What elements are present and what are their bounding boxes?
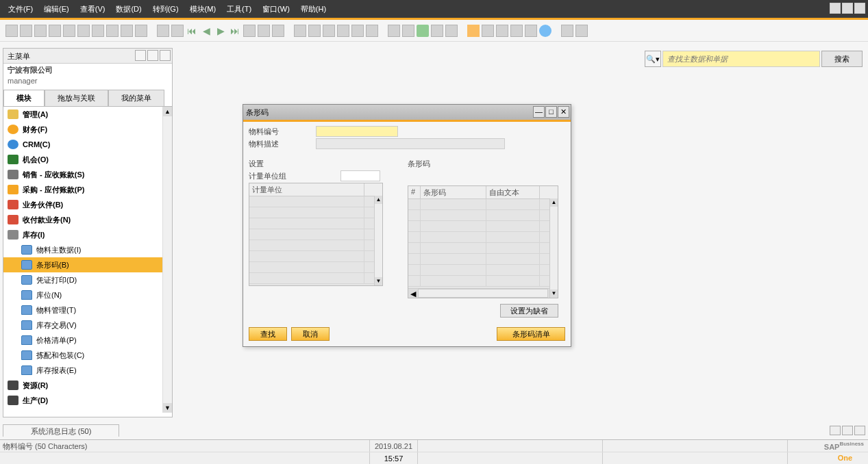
menu-tools[interactable]: 工具(T) — [221, 0, 257, 18]
tree-item[interactable]: 库存(I) — [3, 227, 172, 242]
tree-item[interactable]: 资源(R) — [3, 378, 172, 393]
help-icon[interactable] — [539, 25, 551, 37]
tree-item[interactable]: CRM(C) — [3, 137, 172, 152]
tree-item[interactable]: 库存报表(E) — [3, 363, 172, 378]
dialog-restore-icon[interactable]: □ — [545, 106, 557, 118]
menu-view[interactable]: 查看(V) — [75, 0, 111, 18]
scroll-left-icon[interactable]: ◀ — [408, 289, 418, 298]
uom-group-input[interactable] — [340, 170, 380, 181]
tree-item[interactable]: 销售 - 应收账款(S) — [3, 167, 172, 182]
sort-icon[interactable] — [272, 25, 284, 37]
form-settings-icon[interactable] — [402, 25, 414, 37]
find-button[interactable]: 查找 — [249, 327, 287, 341]
journal-icon[interactable] — [323, 25, 335, 37]
app-close-icon[interactable] — [854, 3, 865, 14]
alert-icon[interactable] — [445, 25, 458, 37]
cockpit-icon[interactable] — [575, 25, 588, 37]
search-input[interactable] — [662, 51, 820, 67]
menu-edit[interactable]: 编辑(E) — [38, 0, 75, 18]
dialog-title-bar[interactable]: 条形码 — □ ✕ — [243, 105, 571, 120]
collapse-icon[interactable] — [842, 426, 853, 435]
link-icon[interactable] — [496, 25, 508, 37]
tree-item[interactable]: 生产(D) — [3, 393, 172, 408]
dialog-close-icon[interactable]: ✕ — [558, 106, 569, 118]
barcode-grid-body[interactable] — [408, 199, 558, 288]
scroll-down-icon[interactable]: ▼ — [550, 289, 558, 298]
system-log-tab[interactable]: 系统消息日志 (50) — [3, 424, 119, 437]
tab-dragdrop[interactable]: 拖放与关联 — [45, 90, 108, 107]
menu-window[interactable]: 窗口(W) — [257, 0, 295, 18]
search-button[interactable]: 搜索 — [821, 51, 863, 67]
menu-data[interactable]: 数据(D) — [110, 0, 147, 18]
barcode-vscroll[interactable]: ▲ ▼ — [549, 198, 558, 298]
new-doc-icon[interactable] — [5, 25, 18, 37]
panel-close-icon[interactable] — [160, 50, 171, 61]
gross-profit-icon[interactable] — [351, 25, 364, 37]
tree-item[interactable]: 采购 - 应付账款(P) — [3, 182, 172, 197]
base-doc-icon[interactable] — [294, 25, 306, 37]
relationship-icon[interactable] — [525, 25, 537, 37]
tree-item[interactable]: 物料主数据(I) — [3, 242, 172, 257]
panel-minimize-icon[interactable] — [135, 50, 146, 61]
payment-icon[interactable] — [337, 25, 349, 37]
tree-item[interactable]: 财务(F) — [3, 122, 172, 137]
expand-icon[interactable] — [830, 426, 841, 435]
set-default-button[interactable]: 设置为缺省 — [500, 304, 558, 318]
refresh-icon[interactable] — [243, 25, 256, 37]
tree-item[interactable]: 价格清单(P) — [3, 333, 172, 348]
first-record-icon[interactable]: ⏮ — [186, 25, 198, 37]
app-restore-icon[interactable] — [842, 3, 853, 14]
export-pdf-icon[interactable] — [106, 25, 119, 37]
tab-modules[interactable]: 模块 — [3, 90, 45, 107]
tree-item[interactable]: 业务伙伴(B) — [3, 197, 172, 212]
sms-icon[interactable] — [49, 25, 61, 37]
tree-item[interactable]: 库存交易(V) — [3, 318, 172, 333]
barcode-hscroll[interactable]: ◀ ▶ — [408, 288, 558, 298]
app-minimize-icon[interactable] — [830, 3, 841, 14]
menu-file[interactable]: 文件(F) — [3, 0, 38, 18]
filter-icon[interactable] — [258, 25, 270, 37]
calendar-icon[interactable] — [467, 25, 480, 37]
col-barcode[interactable]: 条形码 — [421, 186, 486, 198]
print-icon[interactable] — [20, 25, 32, 37]
scroll-down-icon[interactable]: ▼ — [375, 277, 382, 285]
user-defined-icon[interactable] — [510, 25, 523, 37]
tree-item[interactable]: 收付款业务(N) — [3, 212, 172, 227]
close-log-icon[interactable] — [854, 426, 865, 435]
cancel-button[interactable]: 取消 — [291, 327, 330, 341]
scroll-up-icon[interactable]: ▲ — [550, 198, 558, 207]
dialog-minimize-icon[interactable]: — — [533, 106, 545, 118]
scroll-up-icon[interactable]: ▲ — [375, 196, 382, 204]
tree-item[interactable]: 管理(A) — [3, 107, 172, 122]
message-icon[interactable] — [431, 25, 443, 37]
menu-help[interactable]: 帮助(H) — [295, 0, 332, 18]
uom-vscroll[interactable]: ▲ ▼ — [374, 196, 382, 285]
menu-modules[interactable]: 模块(M) — [184, 0, 222, 18]
scroll-track[interactable] — [418, 289, 548, 298]
email-icon[interactable] — [34, 25, 47, 37]
lock-icon[interactable] — [121, 25, 133, 37]
tree-item[interactable]: 拣配和包装(C) — [3, 348, 172, 363]
export-word-icon[interactable] — [92, 25, 104, 37]
tree-item[interactable]: 凭证打印(D) — [3, 272, 172, 287]
export-excel-icon[interactable] — [77, 25, 90, 37]
add-icon[interactable] — [157, 25, 169, 37]
item-code-input[interactable] — [316, 126, 398, 137]
col-hash[interactable]: # — [408, 186, 421, 198]
find-mode-icon[interactable] — [171, 25, 184, 37]
menu-goto[interactable]: 转到(G) — [147, 0, 184, 18]
search-dropdown-icon[interactable]: 🔍▾ — [645, 51, 661, 67]
tree-scrollbar[interactable]: ▲ ▼ — [162, 107, 172, 413]
query-icon[interactable] — [561, 25, 573, 37]
layout-icon[interactable] — [388, 25, 400, 37]
panel-restore-icon[interactable] — [147, 50, 158, 61]
col-freetext[interactable]: 自由文本 — [486, 186, 540, 198]
fax-icon[interactable] — [63, 25, 75, 37]
find-icon[interactable] — [135, 25, 147, 37]
branch-icon[interactable] — [482, 25, 494, 37]
approve-icon[interactable] — [417, 25, 429, 37]
barcode-list-button[interactable]: 条形码清单 — [497, 327, 565, 341]
target-doc-icon[interactable] — [308, 25, 321, 37]
prev-record-icon[interactable]: ◀ — [200, 25, 212, 37]
tree-item[interactable]: 条形码(B) — [3, 257, 172, 272]
